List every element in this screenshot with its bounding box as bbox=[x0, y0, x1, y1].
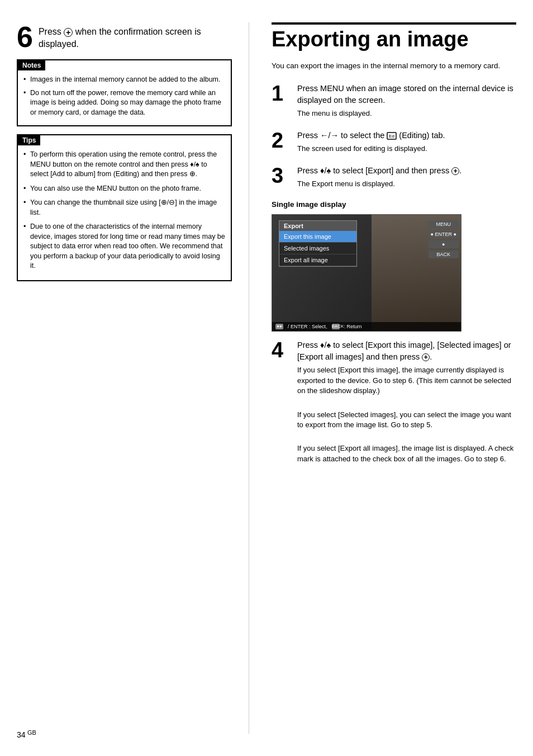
step-2-number: 2 bbox=[272, 130, 292, 151]
tip-item-2: You can also use the MENU button on the … bbox=[23, 184, 225, 194]
tips-content: To perform this operation using the remo… bbox=[18, 145, 231, 280]
bottom-bar-return: : Return bbox=[344, 324, 362, 329]
step-2-sub: The screen used for editing is displayed… bbox=[297, 144, 516, 154]
note-item-2: Do not turn off the power, remove the me… bbox=[23, 88, 225, 118]
note-item-1: Images in the internal memory cannot be … bbox=[23, 75, 225, 85]
step-3-content: Press ♦/♠ to select [Export] and then pr… bbox=[297, 165, 516, 191]
editing-icon: Ed bbox=[387, 132, 397, 140]
step-1-main: Press MENU when an image stored on the i… bbox=[297, 83, 516, 106]
enter-icon-4: + bbox=[422, 353, 430, 361]
step-4-number: 4 bbox=[272, 339, 292, 361]
step-1: 1 Press MENU when an image stored on the… bbox=[272, 83, 516, 121]
tips-title: Tips bbox=[18, 135, 40, 145]
menu-item-1: Export this image bbox=[279, 231, 356, 243]
menu-item-2: Selected images bbox=[279, 243, 356, 254]
notes-content: Images in the internal memory cannot be … bbox=[18, 70, 231, 125]
tip-item-1: To perform this operation using the remo… bbox=[23, 150, 225, 179]
back-button: BACK bbox=[429, 251, 459, 258]
step-3-number: 3 bbox=[272, 165, 292, 186]
step-4-content: Press ♦/♠ to select [Export this image],… bbox=[297, 339, 516, 467]
step-2-content: Press ←/→ to select the Ed (Editing) tab… bbox=[297, 130, 516, 156]
step-3-main: Press ♦/♠ to select [Export] and then pr… bbox=[297, 165, 516, 177]
tip-item-3: You can change the thumbnail size using … bbox=[23, 198, 225, 218]
step-4-main: Press ♦/♠ to select [Export this image],… bbox=[297, 339, 516, 363]
step-4-sub1: If you select [Export this image], the i… bbox=[297, 365, 516, 397]
step-2-main: Press ←/→ to select the Ed (Editing) tab… bbox=[297, 130, 516, 141]
step-4-sub3: If you select [Export all images], the i… bbox=[297, 443, 516, 465]
tips-box: Tips To perform this operation using the… bbox=[17, 134, 232, 281]
menu-title: Export bbox=[279, 221, 356, 231]
step-3: 3 Press ♦/♠ to select [Export] and then … bbox=[272, 165, 516, 191]
bottom-icon-left: ●● bbox=[275, 324, 283, 329]
left-column: 6 Press + when the confirmation screen i… bbox=[17, 22, 249, 734]
step-4-sub2: If you select [Selected images], you can… bbox=[297, 410, 516, 431]
step-3-sub: The Export menu is displayed. bbox=[297, 179, 516, 190]
enter-button-icon: + bbox=[64, 28, 73, 37]
enter-button: ● ENTER ● bbox=[429, 230, 459, 238]
step-6-text: Press + when the confirmation screen is … bbox=[39, 22, 232, 51]
dot-button: ● bbox=[429, 240, 459, 248]
tips-list: To perform this operation using the remo… bbox=[23, 150, 225, 271]
page-footer: 34 GB bbox=[17, 729, 36, 739]
step-1-content: Press MENU when an image stored on the i… bbox=[297, 83, 516, 121]
section-intro: You can export the images in the interna… bbox=[272, 60, 516, 72]
step-6-header: 6 Press + when the confirmation screen i… bbox=[17, 22, 232, 51]
language-indicator: GB bbox=[27, 729, 36, 736]
page-number: 34 bbox=[17, 730, 26, 739]
section-title: Exporting an image bbox=[272, 22, 516, 51]
menu-item-3: Export all image bbox=[279, 254, 356, 266]
step-4: 4 Press ♦/♠ to select [Export this image… bbox=[272, 339, 516, 467]
step-2: 2 Press ←/→ to select the Ed (Editing) t… bbox=[272, 130, 516, 156]
screenshot-background: Export Export this image Selected images… bbox=[272, 215, 461, 331]
step-6-number: 6 bbox=[17, 22, 33, 51]
right-column: Exporting an image You can export the im… bbox=[249, 22, 516, 734]
notes-box: Notes Images in the internal memory cann… bbox=[17, 59, 232, 126]
notes-title: Notes bbox=[18, 60, 45, 70]
tip-item-4: Due to one of the characteristics of the… bbox=[23, 222, 225, 271]
svg-text:Ed: Ed bbox=[389, 134, 394, 139]
bottom-bar: ●● / ENTER : Select, BACK : Return bbox=[272, 322, 461, 331]
step-1-number: 1 bbox=[272, 83, 292, 104]
single-image-display-label: Single image display bbox=[272, 200, 516, 209]
menu-button: MENU bbox=[429, 220, 459, 228]
enter-icon: + bbox=[451, 167, 459, 175]
export-menu-screenshot: Export Export this image Selected images… bbox=[272, 214, 461, 332]
notes-list: Images in the internal memory cannot be … bbox=[23, 75, 225, 117]
bottom-bar-text: / ENTER : Select, bbox=[288, 324, 327, 329]
step-1-sub: The menu is displayed. bbox=[297, 108, 516, 119]
bottom-icon-back: BACK bbox=[332, 324, 340, 329]
side-buttons-panel: MENU ● ENTER ● ● BACK bbox=[429, 220, 459, 258]
export-menu-overlay: Export Export this image Selected images… bbox=[279, 220, 357, 267]
